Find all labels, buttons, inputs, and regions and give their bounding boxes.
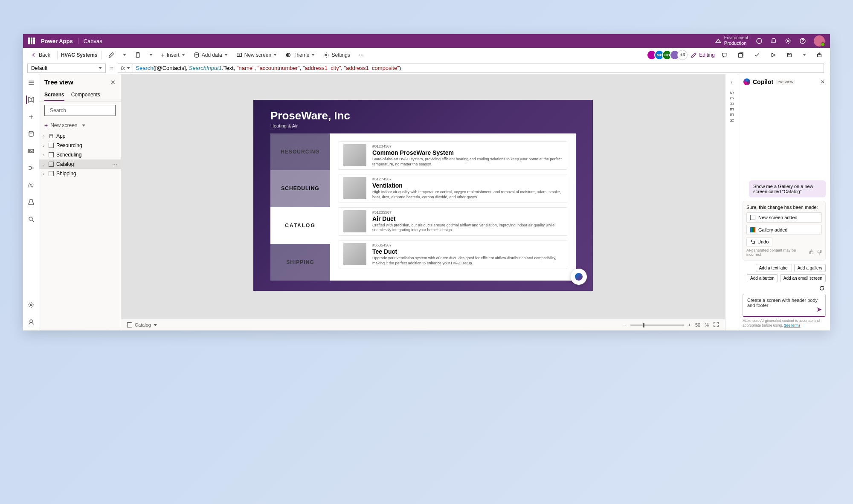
hamburger-icon[interactable] xyxy=(27,78,35,87)
search-rail-icon[interactable] xyxy=(27,215,35,223)
tree-node-catalog[interactable]: › Catalog ⋯ xyxy=(39,159,121,169)
copilot-change-card[interactable]: Gallery added xyxy=(746,225,822,235)
nav-catalog[interactable]: CATALOG xyxy=(270,207,330,244)
edit-dropdown[interactable] xyxy=(119,52,130,58)
preview-icon[interactable] xyxy=(767,50,780,60)
overflow-button[interactable]: ⋯ xyxy=(355,50,367,60)
theme-button[interactable]: Theme xyxy=(282,50,318,60)
add-data-button[interactable]: Add data xyxy=(190,50,231,60)
product-row[interactable]: #61274567 Ventilation High indoor air qu… xyxy=(339,174,567,203)
data-rail-icon[interactable] xyxy=(27,130,35,138)
save-icon[interactable] xyxy=(783,50,796,60)
svg-point-17 xyxy=(30,304,32,306)
environment-picker[interactable]: Environment Production xyxy=(715,35,748,46)
formula-text: Search([@Contacts], SearchInput1.Text, "… xyxy=(133,65,403,71)
copilot-fab[interactable] xyxy=(571,269,587,285)
environment-icon xyxy=(715,38,722,44)
paste-dropdown[interactable] xyxy=(146,52,156,58)
copilot-input[interactable]: Create a screen with header body and foo… xyxy=(743,294,826,317)
copilot-change-card[interactable]: New screen added xyxy=(746,212,822,223)
svg-rect-10 xyxy=(739,53,743,57)
search-box[interactable] xyxy=(44,105,116,116)
thumbs-down-icon[interactable] xyxy=(817,249,822,255)
add-data-label: Add data xyxy=(202,52,222,58)
variables-rail-icon[interactable]: (x) xyxy=(27,181,35,189)
close-icon[interactable]: ✕ xyxy=(110,79,116,86)
zoom-out-icon[interactable]: − xyxy=(623,322,626,327)
bell-icon[interactable] xyxy=(770,38,777,44)
search-input[interactable] xyxy=(50,107,114,113)
zoom-value: 50 xyxy=(695,322,700,327)
gear-icon[interactable] xyxy=(785,38,792,44)
tree-node-scheduling[interactable]: › Scheduling xyxy=(39,150,121,159)
tree-node-shipping[interactable]: › Shipping xyxy=(39,169,121,178)
nav-shipping[interactable]: SHIPPING xyxy=(270,244,330,281)
media-rail-icon[interactable] xyxy=(27,147,35,155)
refresh-suggestions-icon[interactable] xyxy=(818,284,826,292)
flows-rail-icon[interactable] xyxy=(27,164,35,172)
suggestion-chip[interactable]: Add a text label xyxy=(756,264,792,272)
tab-screens[interactable]: Screens xyxy=(44,90,64,101)
presence-stack[interactable]: MP CB +3 xyxy=(649,50,688,60)
brand-label: Power Apps xyxy=(41,38,73,44)
presence-more[interactable]: +3 xyxy=(677,50,688,60)
tests-rail-icon[interactable] xyxy=(27,198,35,206)
insert-rail-icon[interactable] xyxy=(27,113,35,121)
product-row[interactable]: #55354567 Tee Duct Upgrade your ventilat… xyxy=(339,240,567,269)
help-icon[interactable] xyxy=(799,38,806,44)
suggestion-chip[interactable]: Add a button xyxy=(747,274,778,282)
expand-properties-icon[interactable]: ‹ xyxy=(731,79,733,85)
see-terms-link[interactable]: See terms xyxy=(784,323,801,327)
svg-rect-21 xyxy=(50,135,52,136)
settings-label: Settings xyxy=(331,52,350,58)
back-button[interactable]: Back xyxy=(27,50,54,60)
fit-icon[interactable] xyxy=(713,322,719,328)
product-gallery[interactable]: #01234567 Common ProseWare System State-… xyxy=(330,133,576,281)
checker-icon[interactable] xyxy=(751,50,763,60)
send-icon[interactable]: ➤ xyxy=(816,305,822,313)
save-dropdown[interactable] xyxy=(799,52,809,58)
property-value: Default xyxy=(31,65,47,71)
settings-button[interactable]: Settings xyxy=(320,50,353,60)
product-row[interactable]: #01234567 Common ProseWare System State-… xyxy=(339,141,567,170)
close-copilot-icon[interactable]: ✕ xyxy=(821,79,825,85)
paste-button[interactable] xyxy=(131,50,144,60)
nav-resourcing[interactable]: RESOURCING xyxy=(270,133,330,170)
app-launcher-icon[interactable] xyxy=(28,38,35,44)
user-avatar[interactable] xyxy=(814,35,825,46)
undo-button[interactable]: Undo xyxy=(746,237,772,246)
new-screen-button[interactable]: New screen xyxy=(233,50,280,60)
copilot-logo-icon xyxy=(743,78,750,85)
tree-label: Resourcing xyxy=(56,142,82,148)
publish-icon[interactable] xyxy=(813,50,826,60)
property-dropdown[interactable]: Default xyxy=(27,64,106,73)
tree-label: Scheduling xyxy=(56,152,81,158)
product-row[interactable]: #51235567 Air Duct Crafted with precisio… xyxy=(339,207,567,236)
nav-scheduling[interactable]: SCHEDULING xyxy=(270,170,330,207)
settings-rail-icon[interactable] xyxy=(27,301,35,309)
suggestion-chip[interactable]: Add an email screen xyxy=(780,274,826,282)
new-screen-tree-button[interactable]: + New screen xyxy=(39,119,121,131)
editing-mode[interactable]: Editing xyxy=(691,52,715,58)
thumbs-up-icon[interactable] xyxy=(809,249,814,255)
virtual-agent-icon[interactable] xyxy=(27,318,35,326)
zoom-slider[interactable] xyxy=(630,324,684,326)
canvas-screen[interactable]: ProseWare, Inc Heating & Air RESOURCING … xyxy=(253,100,593,291)
zoom-in-icon[interactable]: + xyxy=(688,322,691,327)
tree-node-resourcing[interactable]: › Resourcing xyxy=(39,141,121,150)
product-name: Tee Duct xyxy=(372,248,563,255)
share-icon[interactable] xyxy=(734,50,747,60)
suggestion-chip[interactable]: Add a gallery xyxy=(794,264,826,272)
tree-node-app[interactable]: › App xyxy=(39,131,121,141)
edit-button[interactable] xyxy=(105,50,118,60)
svg-rect-11 xyxy=(788,53,790,54)
tab-components[interactable]: Components xyxy=(71,90,100,101)
formula-bar[interactable]: fx Search([@Contacts], SearchInput1.Text… xyxy=(118,64,824,73)
copilot-header-icon[interactable] xyxy=(756,38,763,44)
node-more-icon[interactable]: ⋯ xyxy=(112,161,117,167)
tree-view-icon[interactable] xyxy=(26,96,35,104)
comments-icon[interactable] xyxy=(718,50,731,60)
insert-button[interactable]: + Insert xyxy=(158,50,189,60)
copilot-response-title: Sure, this change has been made: xyxy=(746,205,822,210)
new-screen-tree-label: New screen xyxy=(50,122,77,128)
